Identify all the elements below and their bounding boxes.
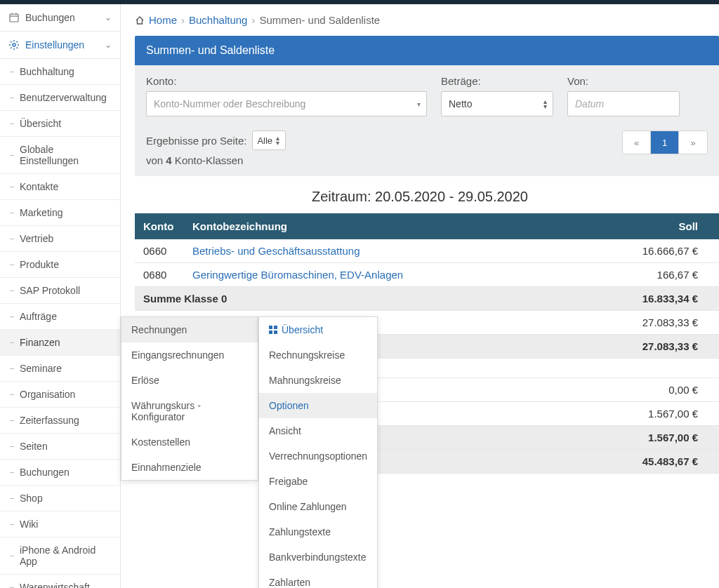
- zeitraum-heading: Zeitraum: 20.05.2020 - 29.05.2020: [121, 176, 719, 213]
- calendar-icon: [8, 12, 20, 23]
- sidebar-item-sap-protokoll[interactable]: SAP Protokoll: [0, 278, 120, 304]
- sidebar-item-iphone-android-app[interactable]: iPhone & Android App: [0, 537, 120, 575]
- sidebar-item-benutzerverwaltung[interactable]: Benutzerverwaltung: [0, 85, 120, 111]
- cell-soll: 45.483,67 €: [600, 450, 719, 474]
- cell-soll: 0,00 €: [600, 378, 719, 402]
- sidebar-item-finanzen[interactable]: Finanzen: [0, 330, 120, 356]
- sidebar-item-wiki[interactable]: Wiki: [0, 512, 120, 537]
- th-bez: Kontobezeichnung: [184, 213, 600, 239]
- rechnungen-submenu: ÜbersichtRechnungskreiseMahnungskreiseOp…: [258, 316, 378, 588]
- sidebar-item-warenwirtschaft[interactable]: Warenwirtschaft: [0, 575, 120, 588]
- sidebar-item-shop[interactable]: Shop: [0, 486, 120, 512]
- cell-bez: Betriebs- und Geschäftsausstattung: [184, 239, 600, 263]
- submenu-item-einnahmenziele[interactable]: Einnahmenziele: [121, 455, 258, 480]
- sidebar-item-zeiterfassung[interactable]: Zeiterfassung: [0, 408, 120, 434]
- svg-point-4: [13, 44, 15, 46]
- table-row: 0660Betriebs- und Geschäftsausstattung16…: [135, 239, 719, 263]
- sidebar-section-label: Einstellungen: [25, 39, 84, 51]
- betraege-value: Netto: [449, 98, 472, 109]
- konto-link[interactable]: Geringwertige Büromaschinen, EDV-Anlagen: [192, 269, 403, 281]
- pager-page-1[interactable]: 1: [651, 131, 679, 154]
- breadcrumb-parent[interactable]: Buchhaltung: [189, 14, 247, 26]
- sidebar-section-einstellungen[interactable]: Einstellungen ⌄: [0, 32, 120, 59]
- finanzen-submenu: RechnungenEingangsrechnungenErlöseWährun…: [121, 316, 258, 481]
- von-label: Von:: [567, 75, 680, 87]
- betraege-select[interactable]: Netto ▴▾: [441, 91, 553, 116]
- betraege-label: Beträge:: [441, 75, 553, 87]
- submenu-item-zahlungstexte[interactable]: Zahlungstexte: [259, 519, 377, 544]
- von-input[interactable]: Datum: [567, 91, 680, 116]
- sidebar-section-label: Buchungen: [25, 12, 75, 23]
- cell-sum-label: Summe Klasse 0: [135, 287, 600, 311]
- konto-input[interactable]: Konto-Nummer oder Beschreibung ▾: [146, 91, 427, 116]
- svg-line-11: [11, 48, 12, 49]
- von-placeholder: Datum: [575, 98, 604, 109]
- submenu-item-mahnungskreise[interactable]: Mahnungskreise: [259, 368, 377, 393]
- th-konto: Konto: [135, 213, 184, 239]
- submenu-item--bersicht[interactable]: Übersicht: [259, 317, 377, 342]
- breadcrumb-current: Summen- und Saldenliste: [259, 14, 380, 26]
- svg-rect-0: [10, 14, 18, 22]
- table-row: Summe Klasse 016.833,34 €: [135, 287, 719, 311]
- submenu-item-eingangsrechnungen[interactable]: Eingangsrechnungen: [121, 342, 258, 368]
- caret-down-icon: ▾: [417, 100, 421, 108]
- konto-label: Konto:: [146, 75, 427, 87]
- breadcrumb-sep: ›: [251, 14, 255, 26]
- cell-soll: 166,67 €: [600, 263, 719, 287]
- konto-placeholder: Konto-Nummer oder Beschreibung: [154, 98, 305, 109]
- results-per-page-select[interactable]: Alle ▴▾: [252, 131, 286, 150]
- submenu-item-w-hrungskurs-konfigurator[interactable]: Währungskurs - Konfigurator: [121, 393, 258, 429]
- results-count-text: von 4 Konto-Klassen: [146, 154, 286, 166]
- sidebar: Buchungen ⌄ Einstellungen ⌄ BuchhaltungB…: [0, 4, 121, 588]
- pager-prev[interactable]: «: [623, 131, 651, 154]
- sidebar-item-buchhaltung[interactable]: Buchhaltung: [0, 59, 120, 85]
- sidebar-item-kontakte[interactable]: Kontakte: [0, 174, 120, 200]
- sidebar-item-auftr-ge[interactable]: Aufträge: [0, 304, 120, 330]
- submenu-item-online-zahlungen[interactable]: Online Zahlungen: [259, 494, 377, 519]
- sidebar-section-buchungen[interactable]: Buchungen ⌄: [0, 4, 120, 32]
- cell-soll: 27.083,33 €: [600, 311, 719, 335]
- submenu-item-ansicht[interactable]: Ansicht: [259, 418, 377, 443]
- cell-soll: 16.833,34 €: [600, 287, 719, 311]
- sidebar-item-seminare[interactable]: Seminare: [0, 356, 120, 382]
- chevron-down-icon: ⌄: [105, 13, 112, 22]
- filter-panel: Summen- und Saldenliste Konto: Konto-Num…: [135, 36, 719, 176]
- pager: « 1 »: [622, 131, 708, 154]
- sidebar-item-globale-einstellungen[interactable]: Globale Einstellungen: [0, 137, 120, 174]
- sidebar-item-produkte[interactable]: Produkte: [0, 252, 120, 278]
- svg-line-9: [11, 41, 12, 43]
- sidebar-item--bersicht[interactable]: Übersicht: [0, 111, 120, 137]
- cell-konto: 0660: [135, 239, 184, 263]
- submenu-item-erl-se[interactable]: Erlöse: [121, 368, 258, 393]
- konto-link[interactable]: Betriebs- und Geschäftsausstattung: [192, 245, 360, 257]
- sidebar-item-seiten[interactable]: Seiten: [0, 434, 120, 460]
- svg-line-12: [17, 41, 18, 43]
- main-content: Home › Buchhaltung › Summen- und Saldenl…: [121, 4, 719, 588]
- sidebar-item-vertrieb[interactable]: Vertrieb: [0, 226, 120, 252]
- breadcrumb-home[interactable]: Home: [149, 14, 177, 26]
- sidebar-item-marketing[interactable]: Marketing: [0, 200, 120, 226]
- breadcrumb: Home › Buchhaltung › Summen- und Saldenl…: [121, 4, 719, 36]
- table-row: 0680Geringwertige Büromaschinen, EDV-Anl…: [135, 263, 719, 287]
- cell-soll: 16.666,67 €: [600, 239, 719, 263]
- submenu-item-freigabe[interactable]: Freigabe: [259, 469, 377, 494]
- submenu-item-verrechnungsoptionen[interactable]: Verrechnungsoptionen: [259, 443, 377, 469]
- results-per-page-label: Ergebnisse pro Seite:: [146, 135, 246, 147]
- cell-bez: Geringwertige Büromaschinen, EDV-Anlagen: [184, 263, 600, 287]
- submenu-item-rechnungskreise[interactable]: Rechnungskreise: [259, 342, 377, 368]
- cell-soll: 27.083,33 €: [600, 335, 719, 359]
- submenu-item-bankverbindungstexte[interactable]: Bankverbindungstexte: [259, 544, 377, 570]
- cell-soll: 1.567,00 €: [600, 426, 719, 450]
- submenu-item-optionen[interactable]: Optionen: [259, 393, 377, 418]
- select-arrows-icon: ▴▾: [276, 135, 279, 145]
- sidebar-item-buchungen[interactable]: Buchungen: [0, 460, 120, 486]
- svg-line-10: [17, 48, 18, 49]
- sidebar-item-organisation[interactable]: Organisation: [0, 382, 120, 408]
- pager-next[interactable]: »: [679, 131, 707, 154]
- submenu-item-rechnungen[interactable]: Rechnungen: [121, 317, 258, 342]
- th-soll: Soll: [600, 213, 719, 239]
- chevron-down-icon: ⌄: [105, 40, 112, 50]
- results-per-page-value: Alle: [257, 135, 272, 146]
- submenu-item-kostenstellen[interactable]: Kostenstellen: [121, 429, 258, 455]
- submenu-item-zahlarten[interactable]: Zahlarten: [259, 570, 377, 588]
